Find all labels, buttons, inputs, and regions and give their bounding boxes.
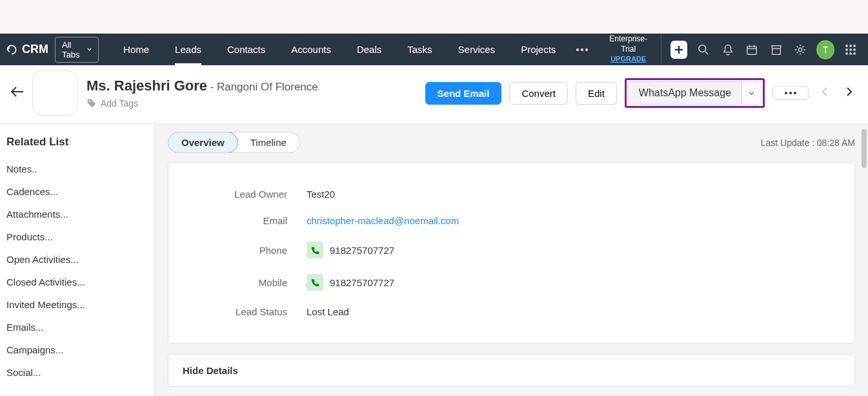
label-email: Email: [184, 215, 307, 226]
phone-call-icon[interactable]: [307, 242, 323, 258]
settings-button[interactable]: [789, 37, 813, 63]
back-button[interactable]: [10, 86, 25, 100]
edit-button[interactable]: Edit: [576, 82, 617, 105]
sidebar-item-invited-meetings[interactable]: Invited Meetings...: [6, 293, 148, 316]
svg-point-1: [581, 48, 583, 51]
chevron-down-icon: [749, 90, 754, 96]
svg-point-5: [799, 48, 802, 51]
nav-projects[interactable]: Projects: [508, 34, 569, 65]
next-record-button[interactable]: [841, 87, 858, 99]
app-launcher[interactable]: [838, 37, 863, 63]
label-mobile: Mobile: [184, 277, 307, 288]
ellipsis-icon: [576, 48, 588, 51]
enterprise-label: Enterprise-Trial: [603, 34, 653, 54]
record-header: Ms. Rajeshri Gore - Rangoni Of Florence …: [0, 65, 868, 124]
send-email-button[interactable]: Send Email: [425, 82, 502, 105]
more-actions-button[interactable]: [772, 86, 809, 100]
tab-timeline[interactable]: Timeline: [237, 132, 299, 152]
nav-contacts[interactable]: Contacts: [214, 34, 278, 65]
label-phone: Phone: [184, 245, 307, 256]
ellipsis-icon: [785, 92, 796, 94]
nav-leads[interactable]: Leads: [162, 34, 214, 65]
add-button[interactable]: [671, 41, 687, 59]
value-lead-owner: Test20: [307, 189, 335, 200]
grid-icon: [845, 45, 856, 55]
sidebar-item-attachments[interactable]: Attachments...: [6, 203, 148, 225]
sidebar-item-products[interactable]: Products...: [6, 225, 148, 248]
add-tags-label: Add Tags: [101, 98, 138, 109]
phone-icon: [311, 246, 319, 255]
brand-icon: [5, 43, 18, 56]
svg-point-2: [585, 48, 588, 51]
add-tags-button[interactable]: Add Tags: [86, 98, 318, 109]
calendar-icon: [746, 44, 758, 56]
sidebar-item-notes[interactable]: Notes..: [6, 158, 148, 180]
nav-more[interactable]: [569, 48, 596, 51]
svg-point-9: [794, 92, 796, 94]
sidebar-item-closed-activities[interactable]: Closed Activities...: [6, 271, 148, 293]
sidebar-item-open-activities[interactable]: Open Activities...: [6, 248, 148, 271]
lead-avatar[interactable]: [32, 70, 77, 116]
svg-point-8: [789, 92, 792, 94]
related-list-sidebar: Related List Notes.. Cadences... Attachm…: [0, 124, 155, 396]
nav-services[interactable]: Services: [445, 34, 509, 65]
value-lead-status: Lost Lead: [307, 306, 349, 317]
notifications-button[interactable]: [716, 37, 740, 63]
upgrade-link[interactable]: UPGRADE: [611, 55, 646, 63]
svg-point-3: [699, 45, 706, 52]
all-tabs-dropdown[interactable]: All Tabs: [55, 37, 99, 63]
lead-company: Rangoni Of Florence: [217, 81, 318, 93]
sidebar-title: Related List: [6, 136, 148, 149]
nav-accounts[interactable]: Accounts: [278, 34, 344, 65]
all-tabs-label: All Tabs: [62, 40, 85, 59]
gear-icon: [794, 44, 806, 56]
chevron-right-icon: [846, 87, 853, 97]
sidebar-item-social[interactable]: Social...: [6, 361, 148, 384]
svg-point-6: [89, 101, 90, 102]
mobile-call-icon[interactable]: [307, 274, 323, 291]
value-mobile: 918275707727: [330, 277, 394, 288]
last-update-text: Last Update : 08:28 AM: [761, 138, 855, 148]
scrollbar[interactable]: [862, 129, 867, 396]
value-phone: 918275707727: [330, 245, 394, 256]
svg-rect-4: [747, 46, 756, 54]
nav-deals[interactable]: Deals: [344, 34, 394, 65]
svg-point-0: [576, 48, 579, 51]
company-prefix: -: [210, 81, 217, 93]
prev-record-button[interactable]: [816, 87, 833, 99]
calendar-button[interactable]: [740, 37, 764, 63]
top-navbar: CRM All Tabs Home Leads Contacts Account…: [0, 34, 868, 65]
nav-home[interactable]: Home: [110, 34, 162, 65]
whatsapp-message-button[interactable]: WhatsApp Message: [629, 82, 742, 104]
chevron-down-icon: [87, 47, 92, 52]
enterprise-trial-block: Enterprise-Trial UPGRADE: [596, 34, 661, 65]
plus-icon: [674, 45, 684, 55]
arrow-left-icon: [10, 86, 25, 98]
nav-tasks[interactable]: Tasks: [394, 34, 445, 65]
marketplace-button[interactable]: [764, 37, 789, 63]
hide-details-toggle[interactable]: Hide Details: [168, 354, 855, 387]
value-email[interactable]: christopher-maclead@noemail.com: [307, 215, 459, 226]
sidebar-item-emails[interactable]: Emails...: [6, 316, 148, 339]
overview-card: Lead Owner Test20 Email christopher-macl…: [168, 162, 855, 344]
label-lead-status: Lead Status: [184, 306, 307, 317]
bell-icon: [722, 44, 734, 56]
whatsapp-split-button: WhatsApp Message: [628, 81, 762, 105]
lead-name: Ms. Rajeshri Gore: [86, 78, 207, 94]
user-avatar[interactable]: T: [816, 40, 834, 59]
convert-button[interactable]: Convert: [509, 82, 568, 105]
detail-panel: Overview Timeline Last Update : 08:28 AM…: [155, 124, 868, 396]
whatsapp-dropdown-caret[interactable]: [742, 82, 761, 104]
tag-icon: [86, 98, 97, 109]
svg-point-7: [785, 92, 787, 94]
sidebar-item-cadences[interactable]: Cadences...: [6, 180, 148, 203]
store-icon: [771, 44, 782, 56]
tab-overview[interactable]: Overview: [168, 132, 238, 153]
browser-chrome-fade: [0, 0, 868, 34]
phone-icon: [311, 278, 319, 287]
search-icon-button[interactable]: [691, 37, 716, 63]
scrollbar-thumb[interactable]: [862, 129, 867, 168]
brand-text: CRM: [22, 43, 48, 56]
sidebar-item-campaigns[interactable]: Campaigns...: [6, 339, 148, 361]
crm-logo[interactable]: CRM: [5, 43, 48, 56]
